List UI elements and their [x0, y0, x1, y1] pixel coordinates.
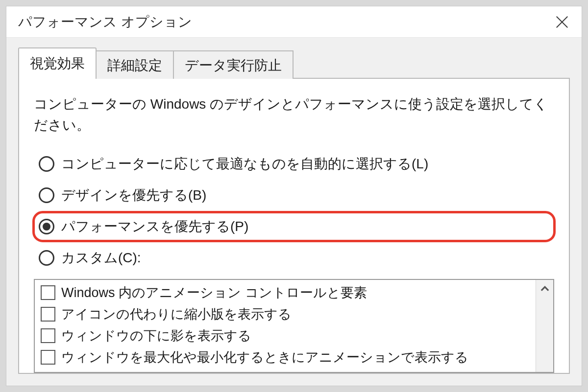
- tabs-container: 視覚効果 詳細設定 データ実行防止: [6, 38, 582, 79]
- radio-auto-select[interactable]: コンピューターに応じて最適なものを自動的に選択する(L): [34, 150, 554, 178]
- checkbox-icon: [41, 350, 55, 365]
- radio-label: パフォーマンスを優先する(P): [61, 217, 248, 236]
- checkbox-item[interactable]: Windows 内のアニメーション コントロールと要素: [39, 282, 532, 303]
- close-button[interactable]: [550, 10, 574, 34]
- radio-icon: [39, 250, 54, 266]
- tabpanel-visual-effects: コンピューターの Windows のデザインとパフォーマンスに使う設定を選択して…: [18, 79, 570, 374]
- radio-label: デザインを優先する(B): [61, 186, 206, 205]
- chevron-up-icon: [540, 284, 549, 293]
- checkbox-item[interactable]: ウィンドウを最大化や最小化するときにアニメーションで表示する: [39, 346, 532, 368]
- radio-icon: [39, 156, 54, 172]
- checkbox-item[interactable]: ウィンドウの下に影を表示する: [39, 325, 532, 346]
- tab-label: 詳細設定: [107, 58, 162, 73]
- checkbox-label: Windows 内のアニメーション コントロールと要素: [61, 284, 367, 301]
- tab-label: データ実行防止: [185, 58, 282, 73]
- tab-advanced[interactable]: 詳細設定: [96, 50, 174, 79]
- checkbox-icon: [41, 328, 55, 343]
- performance-options-dialog: パフォーマンス オプション 視覚効果 詳細設定 データ実行防止 コンピューターの…: [6, 6, 582, 386]
- tab-dep[interactable]: データ実行防止: [173, 50, 294, 79]
- window-title: パフォーマンス オプション: [18, 13, 550, 31]
- checkbox-icon: [41, 285, 55, 300]
- radio-label: コンピューターに応じて最適なものを自動的に選択する(L): [61, 155, 428, 173]
- checkbox-label: ウィンドウを最大化や最小化するときにアニメーションで表示する: [61, 348, 468, 366]
- radio-custom[interactable]: カスタム(C):: [34, 244, 554, 272]
- tab-label: 視覚効果: [30, 56, 85, 71]
- radio-best-appearance[interactable]: デザインを優先する(B): [34, 181, 554, 209]
- radio-group: コンピューターに応じて最適なものを自動的に選択する(L) デザインを優先する(B…: [34, 150, 554, 272]
- checkbox-icon: [41, 307, 55, 322]
- listbox-items[interactable]: Windows 内のアニメーション コントロールと要素 アイコンの代わりに縮小版…: [35, 280, 536, 372]
- checkbox-label: アイコンの代わりに縮小版を表示する: [61, 305, 292, 323]
- scroll-up-button[interactable]: [536, 280, 553, 298]
- radio-label: カスタム(C):: [61, 249, 141, 267]
- scroll-track[interactable]: [536, 298, 553, 372]
- radio-best-performance[interactable]: パフォーマンスを優先する(P): [34, 212, 554, 241]
- radio-icon: [39, 187, 54, 203]
- checkbox-label: ウィンドウの下に影を表示する: [61, 327, 251, 345]
- tabstrip: 視覚効果 詳細設定 データ実行防止: [18, 47, 570, 79]
- close-icon: [555, 15, 569, 29]
- titlebar: パフォーマンス オプション: [6, 6, 582, 38]
- tab-visual-effects[interactable]: 視覚効果: [18, 47, 97, 78]
- instruction-text: コンピューターの Windows のデザインとパフォーマンスに使う設定を選択して…: [34, 93, 554, 136]
- checkbox-item[interactable]: アイコンの代わりに縮小版を表示する: [39, 303, 532, 325]
- scrollbar[interactable]: [536, 280, 553, 372]
- visual-effects-listbox: Windows 内のアニメーション コントロールと要素 アイコンの代わりに縮小版…: [34, 279, 554, 373]
- radio-icon: [39, 219, 54, 234]
